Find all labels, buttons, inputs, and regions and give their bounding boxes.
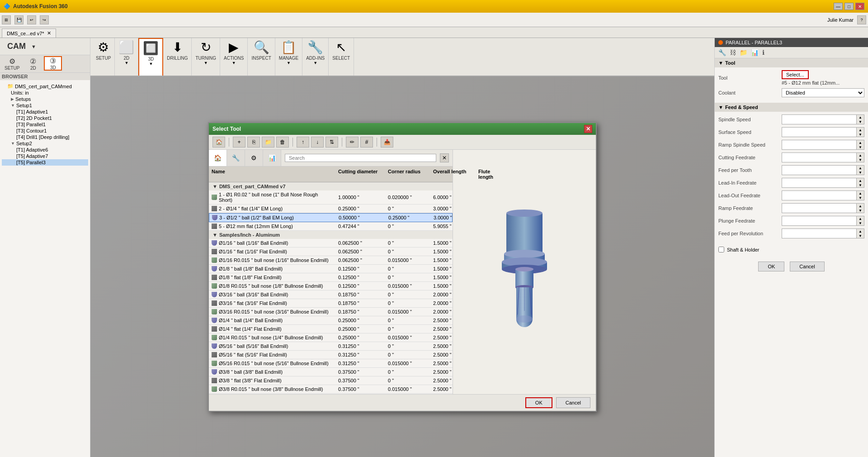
3d-viewport[interactable]: Select Tool ✕ 🏠 + ⎘ 📁 🗑 ↑ ↓ ⇅ xyxy=(90,76,714,457)
info-icon[interactable]: ℹ xyxy=(762,49,764,56)
cutting-up[interactable]: ▲ xyxy=(857,153,864,157)
tool-row[interactable]: Ø3/8 " flat (3/8" Flat Endmill) 0.37500 … xyxy=(209,376,453,385)
tool-type-tab1[interactable]: 🔧 xyxy=(227,150,245,166)
lead-out-input[interactable]: 200 in/min xyxy=(782,191,856,200)
fpt-up[interactable]: ▲ xyxy=(857,166,864,170)
tool-row[interactable]: 5 - Ø12 mm flat (12mm EM Long) 0.47244 "… xyxy=(209,222,453,231)
active-tab[interactable]: DMS_ce...ed v7* ✕ xyxy=(2,29,56,38)
close-btn[interactable]: ✕ xyxy=(855,3,864,10)
select-ribbon-btn[interactable]: ↖ SELECT xyxy=(329,38,354,76)
undo-icon[interactable]: ↩ xyxy=(27,15,36,24)
tool-type-tab3[interactable]: 📊 xyxy=(263,150,281,166)
chain-icon[interactable]: ⛓ xyxy=(730,49,736,56)
surface-speed-input[interactable]: 1484.22 ft/min xyxy=(782,128,856,137)
help-icon[interactable]: ? xyxy=(857,15,866,24)
surface-up-arrow[interactable]: ▲ xyxy=(857,128,864,132)
feed-per-rev-input[interactable]: 0.00555554 in xyxy=(782,229,856,238)
t5-adaptive7[interactable]: [T5] Adaptive7 xyxy=(2,153,88,159)
tool-row[interactable]: Ø3/16 " ball (3/16" Ball Endmill) 0.1875… xyxy=(209,290,453,299)
cutting-feedrate-input[interactable]: 100 in/min xyxy=(782,153,856,162)
tool-row[interactable]: 1 - Ø1 R0.02 " bull nose (1" Bull Nose R… xyxy=(209,190,453,205)
t3-parallel1[interactable]: [T3] Parallel1 xyxy=(2,121,88,128)
ramp-feedrate-input[interactable]: 66.6665 in/min xyxy=(782,204,856,213)
addins-ribbon-btn[interactable]: 🔧 ADD-INS ▼ xyxy=(302,38,329,76)
setup1-item[interactable]: ▼ Setup1 xyxy=(2,102,88,109)
drilling-ribbon-btn[interactable]: ⬇ DRILLING xyxy=(163,38,192,76)
tool-row[interactable]: Ø3/8 R0.015 " bull nose (3/8" Bullnose E… xyxy=(209,385,453,394)
3d-ribbon-btn[interactable]: 🔲 3D ▼ xyxy=(138,38,163,76)
folder-btn[interactable]: 📁 xyxy=(262,137,274,148)
ramp-spindle-input[interactable]: 12000 rpm xyxy=(782,140,856,149)
cam-dropdown[interactable]: ▼ xyxy=(31,44,36,49)
lo-down[interactable]: ▼ xyxy=(857,195,864,200)
search-clear-btn[interactable]: ✕ xyxy=(440,153,449,162)
save-icon[interactable]: 💾 xyxy=(14,15,24,24)
tool-row[interactable]: Ø1/16 " ball (1/16" Ball Endmill) 0.0625… xyxy=(209,239,453,248)
cutting-down[interactable]: ▼ xyxy=(857,157,864,162)
rf-up[interactable]: ▲ xyxy=(857,204,864,208)
units-item[interactable]: Units: in xyxy=(2,90,88,96)
ramp-spindle-down[interactable]: ▼ xyxy=(857,145,864,149)
surface-down-arrow[interactable]: ▼ xyxy=(857,132,864,137)
tool-row[interactable]: Ø1/8 R0.015 " bull nose (1/8" Bullnose E… xyxy=(209,282,453,290)
tool-row[interactable]: Ø1/8 " ball (1/8" Ball Endmill) 0.12500 … xyxy=(209,265,453,273)
restore-btn[interactable]: □ xyxy=(844,3,854,10)
t5-parallel3[interactable]: [T5] Parallel3 xyxy=(2,159,88,166)
dialog-close-btn[interactable]: ✕ xyxy=(584,125,592,133)
tool-row[interactable]: 3 - Ø1/2 " ball (1/2" Ball EM Long) 0.50… xyxy=(209,213,453,222)
tool-icon[interactable]: 🔧 xyxy=(718,49,726,56)
tool-row[interactable]: Ø1/16 " flat (1/16" Flat Endmill) 0.0625… xyxy=(209,248,453,256)
t2-2dpocket1[interactable]: [T2] 2D Pocket1 xyxy=(2,115,88,121)
tool-row[interactable]: Ø1/4 R0.015 " bull nose (1/4" Bullnose E… xyxy=(209,333,453,342)
library-view-btn[interactable]: 🏠 xyxy=(212,137,225,148)
spindle-speed-input[interactable]: 12000 rpm xyxy=(782,115,856,124)
spindle-down-arrow[interactable]: ▼ xyxy=(857,119,864,124)
pf-up[interactable]: ▲ xyxy=(857,216,864,221)
dms-library-header[interactable]: ▼ DMS_cert_part_CAMmed v7 xyxy=(209,182,453,190)
tool-row[interactable]: Ø1/4 " flat (1/4" Flat Endmill) 0.25000 … xyxy=(209,325,453,333)
move-down-btn[interactable]: ↓ xyxy=(311,137,324,148)
folder2-icon[interactable]: 📁 xyxy=(740,49,747,56)
tool-row[interactable]: Ø5/16 " ball (5/16" Ball Endmill) 0.3125… xyxy=(209,342,453,351)
ramp-spindle-up[interactable]: ▲ xyxy=(857,140,864,145)
tool-row[interactable]: Ø1/4 " ball (1/4" Ball Endmill) 0.25000 … xyxy=(209,316,453,325)
t1-adaptive1[interactable]: [T1] Adaptive1 xyxy=(2,109,88,115)
coolant-select[interactable]: Disabled xyxy=(782,88,864,97)
tool-library-tab[interactable]: 🏠 xyxy=(209,150,227,166)
pf-down[interactable]: ▼ xyxy=(857,221,864,225)
turning-ribbon-btn[interactable]: ↻ TURNING ▼ xyxy=(192,38,220,76)
tool-row[interactable]: Ø3/16 " flat (3/16" Flat Endmill) 0.1875… xyxy=(209,299,453,308)
2d-btn[interactable]: ② 2D xyxy=(24,56,42,71)
t3-contour1[interactable]: [T3] Contour1 xyxy=(2,128,88,134)
setup-btn[interactable]: ⚙ SETUP xyxy=(2,56,22,71)
t4-drill1[interactable]: [T4] Drill1 [Deep drilling] xyxy=(2,134,88,140)
tool-row[interactable]: Ø1/16 R0.015 " bull nose (1/16" Bullnose… xyxy=(209,256,453,265)
shaft-holder-checkbox[interactable] xyxy=(718,247,724,252)
minimize-btn[interactable]: — xyxy=(834,3,843,10)
panel-ok-btn[interactable]: OK xyxy=(758,262,784,271)
number-btn[interactable]: # xyxy=(360,137,373,148)
tool-row[interactable]: Ø1/8 " flat (1/8" Flat Endmill) 0.12500 … xyxy=(209,273,453,282)
sort-btn[interactable]: ⇅ xyxy=(326,137,338,148)
tool-row[interactable]: Ø3/8 " ball (3/8" Ball Endmill) 0.37500 … xyxy=(209,368,453,376)
dialog-ok-btn[interactable]: OK xyxy=(525,397,552,408)
grid-icon[interactable]: ⊞ xyxy=(2,15,11,24)
move-up-btn[interactable]: ↑ xyxy=(297,137,309,148)
feed-per-tooth-input[interactable]: 0.00277778 in xyxy=(782,166,856,175)
tool-type-tab2[interactable]: ⚙ xyxy=(245,150,263,166)
li-up[interactable]: ▲ xyxy=(857,178,864,183)
delete-tool-btn[interactable]: 🗑 xyxy=(276,137,289,148)
tool-row[interactable]: 2 - Ø1/4 " flat (1/4" EM Long) 0.25000 "… xyxy=(209,205,453,213)
fpt-down[interactable]: ▼ xyxy=(857,170,864,175)
samples-library-header[interactable]: ▼ Samples/Inch - Aluminum xyxy=(209,231,453,239)
tab-close-icon[interactable]: ✕ xyxy=(47,30,51,36)
setup2-item[interactable]: ▼ Setup2 xyxy=(2,140,88,147)
lo-up[interactable]: ▲ xyxy=(857,191,864,195)
2d-ribbon-btn[interactable]: ⬜ 2D ▼ xyxy=(115,38,138,76)
plunge-feedrate-input[interactable]: 66.6665 in/min xyxy=(782,216,856,225)
3d-btn[interactable]: ③ 3D xyxy=(44,56,62,71)
chart-icon[interactable]: 📊 xyxy=(751,49,759,56)
browser-root[interactable]: 📁 DMS_cert_part_CAMmed xyxy=(2,83,88,90)
fpr-down[interactable]: ▼ xyxy=(857,233,864,238)
spindle-up-arrow[interactable]: ▲ xyxy=(857,115,864,119)
